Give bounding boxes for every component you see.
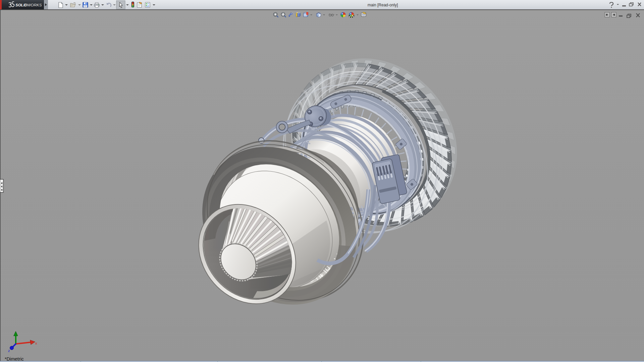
svg-text:x: x — [35, 341, 37, 345]
svg-text:z: z — [8, 349, 10, 353]
svg-text:main [Read-only]: main [Read-only] — [368, 3, 398, 7]
svg-text:SOLID: SOLID — [15, 3, 27, 7]
svg-text:*Dimetric: *Dimetric — [5, 356, 24, 362]
svg-text:WORKS: WORKS — [27, 3, 42, 7]
